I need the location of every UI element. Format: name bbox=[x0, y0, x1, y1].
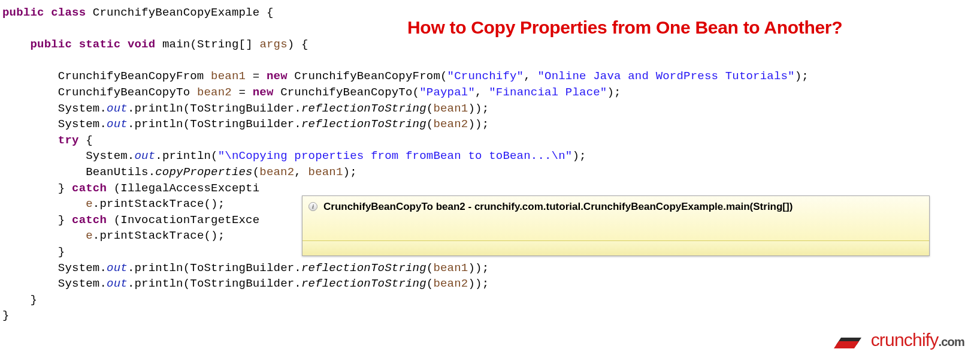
var-bean2: bean2 bbox=[433, 277, 468, 290]
kw-new: new bbox=[253, 86, 274, 99]
kw-catch: catch bbox=[72, 182, 107, 195]
reflection-method: reflectionToString bbox=[301, 118, 427, 131]
page-title: How to Copy Properties from One Bean to … bbox=[407, 15, 842, 40]
kw-class: class bbox=[51, 6, 86, 19]
str-paypal: "Paypal" bbox=[419, 86, 475, 99]
var-bean1: bean1 bbox=[433, 102, 468, 115]
kw-public: public bbox=[2, 6, 44, 19]
str-copying: "\nCopying properties from fromBean to t… bbox=[218, 149, 573, 163]
tostringbuilder: ToStringBuilder bbox=[190, 102, 294, 115]
type-from: CrunchifyBeanCopyFrom bbox=[58, 70, 204, 83]
reflection-method: reflectionToString bbox=[301, 277, 427, 290]
str-tutorials: "Online Java and WordPress Tutorials" bbox=[537, 70, 794, 83]
param-name: args bbox=[259, 38, 287, 51]
var-bean2: bean2 bbox=[259, 166, 294, 179]
kw-catch: catch bbox=[72, 213, 107, 227]
system: System bbox=[58, 102, 100, 115]
tooltip-header: i CrunchifyBeanCopyTo bean2 - crunchify.… bbox=[303, 196, 929, 241]
system: System bbox=[58, 277, 100, 290]
exception2: InvocationTargetExce bbox=[120, 213, 259, 227]
println: println bbox=[162, 149, 211, 163]
println: println bbox=[134, 102, 183, 115]
var-bean2: bean2 bbox=[197, 86, 232, 99]
var-bean1: bean1 bbox=[433, 261, 468, 275]
tostringbuilder: ToStringBuilder bbox=[190, 261, 294, 275]
logo-mark-icon bbox=[833, 329, 866, 351]
out-field: out bbox=[107, 102, 128, 115]
class-name: CrunchifyBeanCopyExample bbox=[93, 6, 259, 19]
tooltip-text: CrunchifyBeanCopyTo bean2 - crunchify.co… bbox=[323, 200, 793, 214]
var-e: e bbox=[86, 229, 93, 242]
kw-static: static bbox=[79, 38, 121, 51]
printstacktrace: printStackTrace bbox=[99, 197, 204, 210]
logo-tld: .com bbox=[939, 335, 964, 348]
out-field: out bbox=[107, 261, 128, 275]
tostringbuilder: ToStringBuilder bbox=[190, 277, 294, 290]
var-bean2: bean2 bbox=[433, 118, 468, 131]
system: System bbox=[58, 261, 100, 275]
kw-void: void bbox=[128, 38, 155, 51]
kw-try: try bbox=[58, 134, 79, 147]
reflection-method: reflectionToString bbox=[301, 102, 427, 115]
printstacktrace: printStackTrace bbox=[99, 229, 204, 242]
var-e: e bbox=[86, 197, 93, 210]
system: System bbox=[58, 118, 100, 131]
type-from: CrunchifyBeanCopyFrom bbox=[294, 70, 440, 83]
brand-logo: crunchify.com bbox=[833, 327, 964, 353]
println: println bbox=[134, 118, 183, 131]
out-field: out bbox=[107, 277, 128, 290]
hover-tooltip: i CrunchifyBeanCopyTo bean2 - crunchify.… bbox=[302, 195, 930, 256]
svg-marker-1 bbox=[834, 341, 859, 348]
method-main: main bbox=[162, 38, 190, 51]
kw-public: public bbox=[30, 38, 72, 51]
system: System bbox=[86, 149, 128, 163]
kw-new: new bbox=[267, 70, 288, 83]
str-financial: "Financial Place" bbox=[489, 86, 607, 99]
println: println bbox=[134, 277, 183, 290]
reflection-method: reflectionToString bbox=[301, 261, 427, 275]
tooltip-body bbox=[303, 241, 929, 255]
var-bean1: bean1 bbox=[211, 70, 246, 83]
tostringbuilder: ToStringBuilder bbox=[190, 118, 294, 131]
str-crunchify: "Crunchify" bbox=[447, 70, 524, 83]
param-type: String[] bbox=[197, 38, 253, 51]
out-field: out bbox=[107, 118, 128, 131]
println: println bbox=[134, 261, 183, 275]
beanutils: BeanUtils bbox=[86, 166, 148, 179]
copyproperties: copyProperties bbox=[155, 166, 252, 179]
info-icon: i bbox=[308, 202, 317, 211]
exception1: IllegalAccessExcepti bbox=[120, 182, 259, 195]
logo-text: crunchify.com bbox=[871, 327, 964, 353]
logo-brand: crunchify bbox=[871, 330, 939, 350]
type-to: CrunchifyBeanCopyTo bbox=[280, 86, 412, 99]
code-editor[interactable]: public class CrunchifyBeanCopyExample { … bbox=[0, 0, 980, 329]
type-to: CrunchifyBeanCopyTo bbox=[58, 86, 190, 99]
out-field: out bbox=[134, 149, 155, 163]
var-bean1: bean1 bbox=[308, 166, 343, 179]
